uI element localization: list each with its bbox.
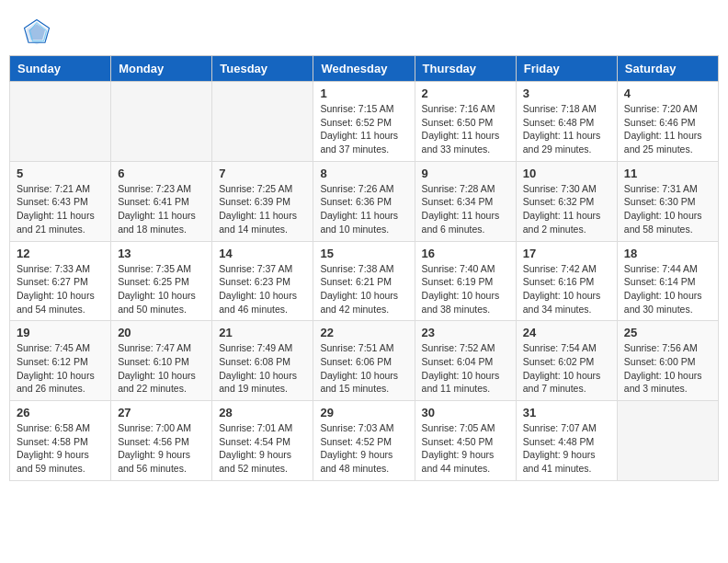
day-number: 17	[523, 247, 610, 260]
calendar-cell: 25Sunrise: 7:56 AM Sunset: 6:00 PM Dayli…	[617, 321, 718, 401]
day-info: Sunrise: 7:03 AM Sunset: 4:52 PM Dayligh…	[320, 421, 407, 476]
day-info: Sunrise: 7:42 AM Sunset: 6:16 PM Dayligh…	[523, 262, 610, 316]
logo	[23, 18, 52, 46]
calendar-cell: 16Sunrise: 7:40 AM Sunset: 6:19 PM Dayli…	[415, 241, 516, 321]
calendar-cell: 15Sunrise: 7:38 AM Sunset: 6:21 PM Dayli…	[313, 241, 415, 321]
day-info: Sunrise: 7:05 AM Sunset: 4:50 PM Dayligh…	[422, 421, 509, 476]
calendar-cell: 17Sunrise: 7:42 AM Sunset: 6:16 PM Dayli…	[516, 241, 617, 321]
day-number: 19	[17, 326, 104, 339]
calendar-cell: 29Sunrise: 7:03 AM Sunset: 4:52 PM Dayli…	[313, 401, 415, 481]
calendar-cell: 28Sunrise: 7:01 AM Sunset: 4:54 PM Dayli…	[212, 401, 313, 481]
calendar-cell: 22Sunrise: 7:51 AM Sunset: 6:06 PM Dayli…	[313, 321, 415, 401]
day-number: 29	[320, 406, 407, 419]
day-number: 7	[219, 167, 306, 180]
calendar-cell: 23Sunrise: 7:52 AM Sunset: 6:04 PM Dayli…	[415, 321, 516, 401]
day-info: Sunrise: 7:33 AM Sunset: 6:27 PM Dayligh…	[17, 262, 104, 316]
calendar-cell: 7Sunrise: 7:25 AM Sunset: 6:39 PM Daylig…	[212, 161, 313, 241]
day-info: Sunrise: 7:16 AM Sunset: 6:50 PM Dayligh…	[422, 102, 509, 156]
day-info: Sunrise: 7:18 AM Sunset: 6:48 PM Dayligh…	[523, 102, 610, 156]
day-number: 3	[523, 86, 610, 100]
calendar-cell: 6Sunrise: 7:23 AM Sunset: 6:41 PM Daylig…	[111, 161, 212, 241]
day-number: 10	[523, 167, 610, 180]
day-info: Sunrise: 7:37 AM Sunset: 6:23 PM Dayligh…	[219, 262, 306, 316]
day-number: 30	[422, 406, 509, 419]
day-info: Sunrise: 7:38 AM Sunset: 6:21 PM Dayligh…	[320, 262, 407, 316]
day-header-tuesday: Tuesday	[212, 56, 313, 82]
calendar-cell: 12Sunrise: 7:33 AM Sunset: 6:27 PM Dayli…	[10, 241, 111, 321]
day-number: 2	[422, 86, 509, 100]
day-info: Sunrise: 7:45 AM Sunset: 6:12 PM Dayligh…	[17, 341, 104, 396]
day-info: Sunrise: 7:49 AM Sunset: 6:08 PM Dayligh…	[219, 341, 306, 396]
day-header-monday: Monday	[111, 56, 212, 82]
calendar-cell: 2Sunrise: 7:16 AM Sunset: 6:50 PM Daylig…	[415, 82, 516, 162]
calendar-cell: 30Sunrise: 7:05 AM Sunset: 4:50 PM Dayli…	[415, 401, 516, 481]
day-header-thursday: Thursday	[415, 56, 516, 82]
calendar-cell: 26Sunrise: 6:58 AM Sunset: 4:58 PM Dayli…	[10, 401, 111, 481]
day-info: Sunrise: 7:47 AM Sunset: 6:10 PM Dayligh…	[118, 341, 205, 396]
day-number: 13	[118, 247, 205, 260]
day-info: Sunrise: 7:15 AM Sunset: 6:52 PM Dayligh…	[320, 102, 407, 156]
day-info: Sunrise: 7:23 AM Sunset: 6:41 PM Dayligh…	[118, 182, 205, 236]
day-number: 6	[118, 167, 205, 180]
calendar-cell: 4Sunrise: 7:20 AM Sunset: 6:46 PM Daylig…	[617, 82, 718, 162]
day-number: 9	[422, 167, 509, 180]
day-number: 15	[320, 247, 407, 260]
day-number: 22	[320, 326, 407, 339]
calendar-cell: 14Sunrise: 7:37 AM Sunset: 6:23 PM Dayli…	[212, 241, 313, 321]
day-number: 8	[320, 167, 407, 180]
calendar-cell: 3Sunrise: 7:18 AM Sunset: 6:48 PM Daylig…	[516, 82, 617, 162]
calendar-cell: 5Sunrise: 7:21 AM Sunset: 6:43 PM Daylig…	[10, 161, 111, 241]
day-number: 28	[219, 406, 306, 419]
day-info: Sunrise: 7:31 AM Sunset: 6:30 PM Dayligh…	[624, 182, 711, 236]
calendar-cell: 24Sunrise: 7:54 AM Sunset: 6:02 PM Dayli…	[516, 321, 617, 401]
calendar-cell: 10Sunrise: 7:30 AM Sunset: 6:32 PM Dayli…	[516, 161, 617, 241]
calendar-cell: 20Sunrise: 7:47 AM Sunset: 6:10 PM Dayli…	[111, 321, 212, 401]
day-number: 31	[523, 406, 610, 419]
day-number: 11	[624, 167, 711, 180]
day-number: 20	[118, 326, 205, 339]
calendar-cell: 11Sunrise: 7:31 AM Sunset: 6:30 PM Dayli…	[617, 161, 718, 241]
calendar-cell: 18Sunrise: 7:44 AM Sunset: 6:14 PM Dayli…	[617, 241, 718, 321]
calendar-cell: 31Sunrise: 7:07 AM Sunset: 4:48 PM Dayli…	[516, 401, 617, 481]
day-number: 1	[320, 86, 407, 100]
day-number: 14	[219, 247, 306, 260]
day-info: Sunrise: 7:54 AM Sunset: 6:02 PM Dayligh…	[523, 341, 610, 396]
day-info: Sunrise: 7:56 AM Sunset: 6:00 PM Dayligh…	[624, 341, 711, 396]
day-header-wednesday: Wednesday	[313, 56, 415, 82]
day-number: 12	[17, 247, 104, 260]
day-number: 25	[624, 326, 711, 339]
day-info: Sunrise: 7:00 AM Sunset: 4:56 PM Dayligh…	[118, 421, 205, 476]
day-info: Sunrise: 7:01 AM Sunset: 4:54 PM Dayligh…	[219, 421, 306, 476]
day-number: 4	[624, 86, 711, 100]
calendar-cell: 9Sunrise: 7:28 AM Sunset: 6:34 PM Daylig…	[415, 161, 516, 241]
calendar-cell	[111, 82, 212, 162]
calendar-cell: 13Sunrise: 7:35 AM Sunset: 6:25 PM Dayli…	[111, 241, 212, 321]
calendar-cell: 27Sunrise: 7:00 AM Sunset: 4:56 PM Dayli…	[111, 401, 212, 481]
calendar-cell	[617, 401, 718, 481]
calendar-cell	[212, 82, 313, 162]
day-number: 26	[17, 406, 104, 419]
calendar-cell: 19Sunrise: 7:45 AM Sunset: 6:12 PM Dayli…	[10, 321, 111, 401]
calendar-cell	[10, 82, 111, 162]
day-info: Sunrise: 7:26 AM Sunset: 6:36 PM Dayligh…	[320, 182, 407, 236]
day-info: Sunrise: 7:52 AM Sunset: 6:04 PM Dayligh…	[422, 341, 509, 396]
day-number: 5	[17, 167, 104, 180]
day-info: Sunrise: 7:40 AM Sunset: 6:19 PM Dayligh…	[422, 262, 509, 316]
calendar-cell: 8Sunrise: 7:26 AM Sunset: 6:36 PM Daylig…	[313, 161, 415, 241]
day-header-friday: Friday	[516, 56, 617, 82]
page-header	[9, 9, 719, 51]
day-info: Sunrise: 7:30 AM Sunset: 6:32 PM Dayligh…	[523, 182, 610, 236]
day-info: Sunrise: 7:25 AM Sunset: 6:39 PM Dayligh…	[219, 182, 306, 236]
day-info: Sunrise: 7:20 AM Sunset: 6:46 PM Dayligh…	[624, 102, 711, 156]
day-info: Sunrise: 6:58 AM Sunset: 4:58 PM Dayligh…	[17, 421, 104, 476]
day-info: Sunrise: 7:35 AM Sunset: 6:25 PM Dayligh…	[118, 262, 205, 316]
day-number: 23	[422, 326, 509, 339]
logo-icon	[23, 18, 51, 46]
day-info: Sunrise: 7:44 AM Sunset: 6:14 PM Dayligh…	[624, 262, 711, 316]
calendar-table: SundayMondayTuesdayWednesdayThursdayFrid…	[9, 55, 719, 481]
calendar-cell: 21Sunrise: 7:49 AM Sunset: 6:08 PM Dayli…	[212, 321, 313, 401]
day-info: Sunrise: 7:28 AM Sunset: 6:34 PM Dayligh…	[422, 182, 509, 236]
day-header-saturday: Saturday	[617, 56, 718, 82]
day-info: Sunrise: 7:21 AM Sunset: 6:43 PM Dayligh…	[17, 182, 104, 236]
day-header-sunday: Sunday	[10, 56, 111, 82]
